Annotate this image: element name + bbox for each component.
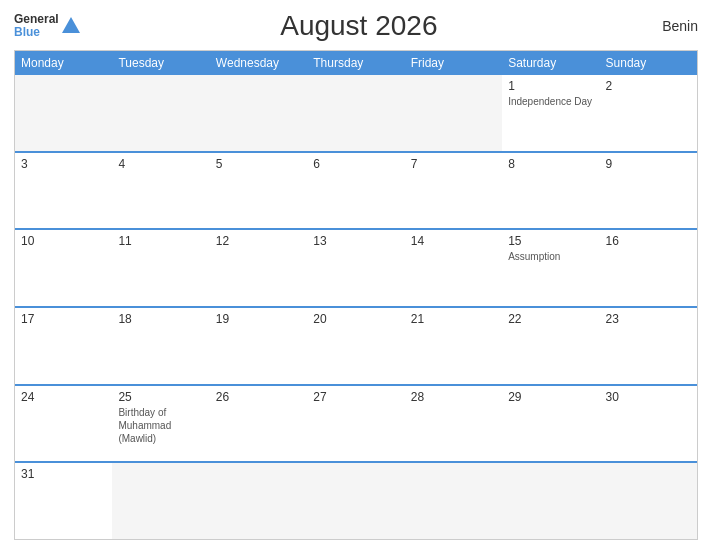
calendar-cell bbox=[307, 463, 404, 539]
calendar-cell bbox=[112, 75, 209, 151]
calendar-cell: 5 bbox=[210, 153, 307, 229]
header-day-friday: Friday bbox=[405, 51, 502, 75]
day-number: 12 bbox=[216, 234, 301, 248]
day-number: 20 bbox=[313, 312, 398, 326]
calendar-cell: 12 bbox=[210, 230, 307, 306]
calendar-cell: 1Independence Day bbox=[502, 75, 599, 151]
header-day-monday: Monday bbox=[15, 51, 112, 75]
day-number: 2 bbox=[606, 79, 691, 93]
day-number: 16 bbox=[606, 234, 691, 248]
calendar-cell: 30 bbox=[600, 386, 697, 462]
calendar-week-6: 31 bbox=[15, 461, 697, 539]
logo-triangle-icon bbox=[62, 17, 80, 33]
day-number: 11 bbox=[118, 234, 203, 248]
calendar-cell: 22 bbox=[502, 308, 599, 384]
calendar-cell: 3 bbox=[15, 153, 112, 229]
calendar-cell: 28 bbox=[405, 386, 502, 462]
calendar-cell: 27 bbox=[307, 386, 404, 462]
calendar-header: MondayTuesdayWednesdayThursdayFridaySatu… bbox=[15, 51, 697, 75]
calendar-cell: 7 bbox=[405, 153, 502, 229]
calendar-cell bbox=[307, 75, 404, 151]
calendar-week-2: 3456789 bbox=[15, 151, 697, 229]
calendar-cell bbox=[405, 463, 502, 539]
calendar-cell: 10 bbox=[15, 230, 112, 306]
day-number: 8 bbox=[508, 157, 593, 171]
header-day-sunday: Sunday bbox=[600, 51, 697, 75]
header-day-wednesday: Wednesday bbox=[210, 51, 307, 75]
calendar-cell bbox=[600, 463, 697, 539]
calendar-cell: 26 bbox=[210, 386, 307, 462]
day-number: 14 bbox=[411, 234, 496, 248]
calendar-cell: 13 bbox=[307, 230, 404, 306]
event-label: Birthday of Muhammad (Mawlid) bbox=[118, 406, 203, 445]
logo-blue: Blue bbox=[14, 26, 59, 39]
day-number: 4 bbox=[118, 157, 203, 171]
day-number: 19 bbox=[216, 312, 301, 326]
day-number: 26 bbox=[216, 390, 301, 404]
day-number: 22 bbox=[508, 312, 593, 326]
header: General Blue August 2026 Benin bbox=[14, 10, 698, 42]
calendar-cell: 21 bbox=[405, 308, 502, 384]
header-day-tuesday: Tuesday bbox=[112, 51, 209, 75]
day-number: 23 bbox=[606, 312, 691, 326]
country-label: Benin bbox=[638, 18, 698, 34]
calendar-body: 1Independence Day23456789101112131415Ass… bbox=[15, 75, 697, 539]
calendar-cell bbox=[210, 75, 307, 151]
calendar-cell: 24 bbox=[15, 386, 112, 462]
calendar-cell: 6 bbox=[307, 153, 404, 229]
calendar-cell: 11 bbox=[112, 230, 209, 306]
calendar-cell bbox=[15, 75, 112, 151]
calendar: MondayTuesdayWednesdayThursdayFridaySatu… bbox=[14, 50, 698, 540]
calendar-cell: 18 bbox=[112, 308, 209, 384]
page: General Blue August 2026 Benin MondayTue… bbox=[0, 0, 712, 550]
calendar-cell: 23 bbox=[600, 308, 697, 384]
event-label: Independence Day bbox=[508, 95, 593, 108]
calendar-cell: 8 bbox=[502, 153, 599, 229]
header-day-saturday: Saturday bbox=[502, 51, 599, 75]
calendar-cell: 4 bbox=[112, 153, 209, 229]
day-number: 17 bbox=[21, 312, 106, 326]
day-number: 27 bbox=[313, 390, 398, 404]
day-number: 15 bbox=[508, 234, 593, 248]
day-number: 10 bbox=[21, 234, 106, 248]
day-number: 28 bbox=[411, 390, 496, 404]
day-number: 3 bbox=[21, 157, 106, 171]
calendar-cell: 19 bbox=[210, 308, 307, 384]
day-number: 13 bbox=[313, 234, 398, 248]
day-number: 24 bbox=[21, 390, 106, 404]
calendar-cell: 9 bbox=[600, 153, 697, 229]
calendar-cell bbox=[112, 463, 209, 539]
day-number: 31 bbox=[21, 467, 106, 481]
calendar-week-4: 17181920212223 bbox=[15, 306, 697, 384]
day-number: 7 bbox=[411, 157, 496, 171]
day-number: 5 bbox=[216, 157, 301, 171]
calendar-cell bbox=[502, 463, 599, 539]
calendar-cell: 29 bbox=[502, 386, 599, 462]
day-number: 18 bbox=[118, 312, 203, 326]
calendar-cell: 15Assumption bbox=[502, 230, 599, 306]
day-number: 6 bbox=[313, 157, 398, 171]
header-day-thursday: Thursday bbox=[307, 51, 404, 75]
event-label: Assumption bbox=[508, 250, 593, 263]
calendar-cell: 31 bbox=[15, 463, 112, 539]
calendar-cell: 2 bbox=[600, 75, 697, 151]
day-number: 9 bbox=[606, 157, 691, 171]
calendar-week-5: 2425Birthday of Muhammad (Mawlid)2627282… bbox=[15, 384, 697, 462]
calendar-title: August 2026 bbox=[80, 10, 638, 42]
day-number: 29 bbox=[508, 390, 593, 404]
day-number: 1 bbox=[508, 79, 593, 93]
calendar-cell bbox=[210, 463, 307, 539]
day-number: 30 bbox=[606, 390, 691, 404]
calendar-cell: 25Birthday of Muhammad (Mawlid) bbox=[112, 386, 209, 462]
calendar-week-1: 1Independence Day2 bbox=[15, 75, 697, 151]
day-number: 25 bbox=[118, 390, 203, 404]
calendar-cell: 16 bbox=[600, 230, 697, 306]
day-number: 21 bbox=[411, 312, 496, 326]
calendar-cell bbox=[405, 75, 502, 151]
calendar-cell: 14 bbox=[405, 230, 502, 306]
calendar-week-3: 101112131415Assumption16 bbox=[15, 228, 697, 306]
calendar-cell: 17 bbox=[15, 308, 112, 384]
calendar-cell: 20 bbox=[307, 308, 404, 384]
logo: General Blue bbox=[14, 13, 80, 39]
